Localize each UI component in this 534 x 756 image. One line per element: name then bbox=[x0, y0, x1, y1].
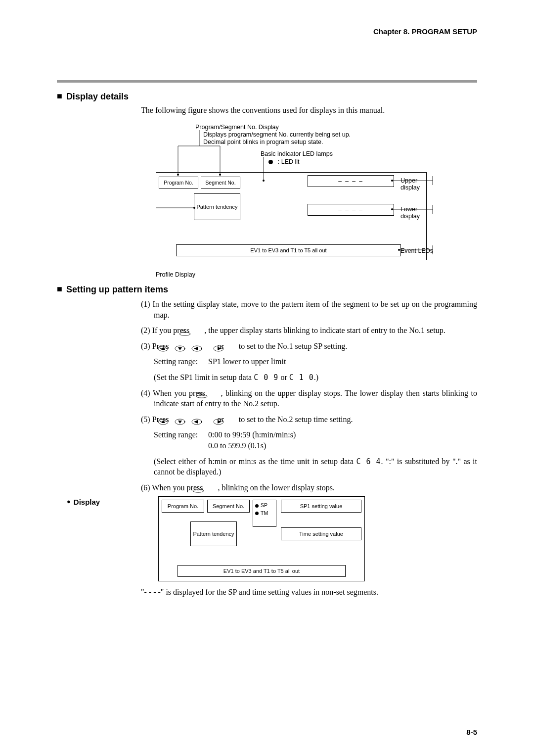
instr-2: (2) If you press ENT, the upper display … bbox=[141, 325, 477, 336]
led-dot-icon bbox=[255, 512, 259, 515]
section-setting-pattern: ■ Setting up pattern items bbox=[57, 284, 477, 295]
section-title-2: Setting up pattern items bbox=[66, 284, 168, 295]
instr-5: (5) Press , , or to set to the No.2 setu… bbox=[141, 414, 477, 425]
fig1-segment-no: Segment No. bbox=[201, 177, 240, 189]
fig1-lower-label: Lower display bbox=[400, 206, 438, 220]
fig1-top-line1: Displays program/segment No. currently b… bbox=[203, 131, 351, 138]
chapter-header: Chapter 8. PROGRAM SETUP bbox=[57, 27, 477, 36]
ent-key-icon: ENT bbox=[191, 328, 204, 335]
svg-text:ENT: ENT bbox=[194, 486, 199, 489]
fig1-event-box: EV1 to EV3 and T1 to T5 all out bbox=[176, 244, 401, 256]
fig1-event-label: Event LEDs bbox=[400, 247, 433, 254]
svg-point-22 bbox=[179, 332, 190, 335]
fig2-panel: Program No. Segment No. SP TM SP1 settin… bbox=[158, 496, 365, 581]
instr-5-note: (Select either of h:min or min:s as the … bbox=[154, 456, 477, 477]
page-number: 8-5 bbox=[466, 728, 477, 736]
section-title: Display details bbox=[66, 92, 129, 102]
fig1-lower-display: – – – – bbox=[308, 204, 394, 216]
page: Chapter 8. PROGRAM SETUP ■ Display detai… bbox=[0, 0, 534, 756]
fig1-program-no: Program No. bbox=[159, 177, 198, 189]
fig2-time-value: Time setting value bbox=[281, 527, 361, 540]
fig1-top-title: Program/Segment No. Display bbox=[195, 124, 279, 131]
instr-3-range: Setting range:SP1 lower to upper limit bbox=[154, 356, 477, 367]
fig2-caption: "- - - -" is displayed for the SP and ti… bbox=[141, 588, 477, 597]
fig2-segment-no: Segment No. bbox=[207, 500, 250, 513]
section-display-details: ■ Display details bbox=[57, 92, 477, 102]
instr-1: (1) In the setting display state, move t… bbox=[141, 299, 477, 320]
right-key-icon bbox=[226, 417, 237, 424]
fig2-sp: SP bbox=[261, 502, 267, 509]
instr-3: (3) Press , , or to set to the No.1 setu… bbox=[141, 341, 477, 352]
fig2-tm: TM bbox=[261, 510, 268, 517]
led-dot-icon bbox=[255, 504, 259, 508]
svg-text:ENT: ENT bbox=[197, 391, 202, 394]
fig1-upper-display: – – – – bbox=[308, 175, 394, 187]
ent-key-icon: ENT bbox=[208, 390, 221, 397]
fig2-program-no: Program No. bbox=[162, 500, 204, 513]
seg-c09: C 0 9 bbox=[254, 372, 278, 383]
svg-point-28 bbox=[196, 395, 207, 398]
intro-text: The following figure shows the conventio… bbox=[141, 106, 477, 115]
display-label: Display bbox=[74, 498, 100, 506]
square-bullet-icon: ■ bbox=[57, 92, 62, 100]
ent-key-icon: ENT bbox=[205, 485, 218, 492]
fig2-pattern-box: Pattern tendency bbox=[190, 521, 237, 546]
fig1-led-dot: : LED lit bbox=[268, 157, 300, 166]
instructions: (1) In the setting display state, move t… bbox=[141, 299, 477, 493]
instr-6: (6) When you press ENT, blinking on the … bbox=[141, 482, 477, 493]
instr-4: (4) When you press ENT, blinking on the … bbox=[141, 388, 477, 409]
svg-text:ENT: ENT bbox=[180, 329, 185, 332]
figure-display-values: Program No. Segment No. SP TM SP1 settin… bbox=[158, 496, 366, 583]
square-bullet-icon: ■ bbox=[57, 284, 62, 293]
fig2-sp1-value: SP1 setting value bbox=[281, 500, 361, 513]
fig1-profile-label: Profile Display bbox=[156, 271, 195, 278]
instr-5-range: Setting range:0:00 to 99:59 (h:min/min:s… bbox=[154, 429, 477, 451]
fig1-top-line2: Decimal point blinks in program setup st… bbox=[203, 139, 323, 145]
seg-c64: C 6 4 bbox=[356, 456, 381, 467]
fig1-led-lit: : LED lit bbox=[278, 158, 300, 165]
fig1-basic-label: Basic indicator LED lamps bbox=[261, 150, 333, 157]
instr-3-note: (Set the SP1 limit in setup data C 0 9 o… bbox=[154, 372, 477, 383]
section-rule bbox=[57, 80, 477, 83]
fig1-panel: Program No. Segment No. – – – – – – – – … bbox=[156, 172, 427, 260]
right-key-icon bbox=[226, 344, 237, 350]
fig2-event-row: EV1 to EV3 and T1 to T5 all out bbox=[178, 565, 346, 577]
svg-point-34 bbox=[193, 489, 204, 492]
seg-c10: C 1 0 bbox=[289, 372, 314, 383]
fig1-pattern-box: Pattern tendency bbox=[194, 193, 240, 220]
bullet-dot-icon: ● bbox=[67, 498, 71, 506]
fig2-sp-tm-box: SP TM bbox=[253, 500, 276, 527]
fig1-upper-label: Upper display bbox=[400, 177, 438, 191]
figure-display-conventions: Program/Segment No. Display Displays pro… bbox=[156, 124, 438, 277]
